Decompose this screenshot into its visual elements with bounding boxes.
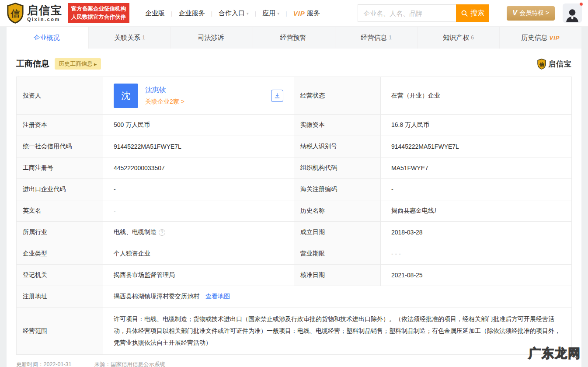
field-label: 营业期限 [294,243,381,264]
view-map-link[interactable]: 查看地图 [205,293,230,301]
gov-badge-line1: 官方备案企业征信机构 [71,6,126,12]
field-label-text: 海关注册编码 [300,185,337,193]
update-time-label: 更新时间： [16,361,44,367]
field-label: 登记机关 [17,265,103,286]
field-label: 组织机构代码 [294,157,381,178]
field-label-text: 投资人 [23,92,41,100]
field-label-text: 英文名 [23,207,41,215]
table-row: 注册资本 500 万人民币 实缴资本 16.8 万人民币 [17,115,571,136]
history-registration-badge[interactable]: 历史工商信息 ▸ [55,58,101,70]
field-label: 注册资本 [17,115,103,136]
field-value-text: 16.8 万人民币 [391,121,429,129]
vip-privileges-button[interactable]: V 会员特权 > [507,6,555,21]
related-companies-link[interactable]: 关联企业2家 > [145,98,184,106]
nav-apps[interactable]: 应用 ▾ [256,9,285,17]
tab-label: 关联关系 [114,34,140,42]
logo-domain: Qixin.com [27,17,63,22]
tab-operation-warning[interactable]: 经营预警 [253,27,335,49]
search-button[interactable]: 搜索 [456,4,489,22]
nav-enterprise-services[interactable]: 企业服务 [172,9,211,17]
svg-text:信: 信 [539,61,544,66]
field-label: 历史名称 [294,200,381,221]
field-value: 揭西县市场监督管理局 [103,265,294,286]
vip-logo-text: VIP [293,10,305,17]
field-value: - [381,179,571,200]
nav-label: 合作入口 [219,9,245,17]
gov-certification-badge: 官方备案企业征信机构 人民数据官方合作伙伴 [68,3,129,24]
tab-label: 经营信息 [361,34,387,42]
nav-enterprise-edition[interactable]: 企业版 [139,9,171,17]
arrow-right-icon: ▸ [94,61,97,67]
field-label: 核准日期 [294,265,381,286]
update-time-value: 2022-01-31 [44,361,72,367]
person-icon [564,6,581,23]
tab-intellectual-property[interactable]: 知识产权 6 [418,27,500,49]
gov-badge-line2: 人民数据官方合作伙伴 [71,14,126,20]
field-value-text: 445222000033507 [114,164,165,171]
nav-vip-services[interactable]: VIP 服务 [287,9,326,17]
field-value: 91445222MA51FWYE7L [381,136,571,157]
field-label-text: 实缴资本 [300,121,325,129]
field-label-text: 登记机关 [23,271,47,279]
investor-name-link[interactable]: 沈惠钦 [145,86,184,95]
registration-info-table: 投资人 沈 沈惠钦 关联企业2家 > [16,77,572,355]
shield-logo-icon: 信 [6,3,24,24]
user-avatar[interactable] [563,3,582,23]
nav-label: 应用 [262,9,275,17]
field-label-text: 经营状态 [300,92,325,100]
tab-label: 经营预警 [280,34,306,42]
field-value: 在营（开业）企业 [381,77,571,114]
field-value: 445222000033507 [103,157,294,178]
field-label: 企业类型 [17,243,103,264]
table-row: 投资人 沈 沈惠钦 关联企业2家 > [17,77,571,115]
field-value-text: 揭西县惠金电线厂 [391,207,440,215]
table-row: 所属行业 电线、电缆制造 ? 成立日期 2018-03-28 [17,222,571,243]
tab-label: 历史信息 [522,34,548,42]
field-label: 投资人 [17,77,103,114]
search-input[interactable] [358,4,456,22]
field-value-text: 2018-03-28 [391,229,423,236]
field-value: - [103,200,294,221]
data-source-label: 来源： [94,361,111,367]
investor-avatar[interactable]: 沈 [114,84,138,108]
tab-company-overview[interactable]: 企业概况 [7,27,89,49]
vip-check-icon: V [512,9,517,17]
scope-text: 许可项目：电线、电缆制造；货物或技术进出口（国家禁止或涉及行政审批的货物和技术进… [114,313,561,349]
table-row: 进出口企业代码 - 海关注册编码 - [17,179,571,200]
address-text: 揭西县棉湖镇境潭村委交历池村 [114,293,199,301]
nav-cooperation-entry[interactable]: 合作入口 ▾ [212,9,255,17]
data-source: 来源：国家信用信息公示系统 [94,361,165,367]
field-value-text: 2021-08-25 [391,272,423,279]
tab-history-info[interactable]: 历史信息 VIP [500,27,581,49]
field-value-text: - [114,207,116,214]
nav-label: 企业版 [145,9,165,17]
field-label-text: 注册资本 [23,121,47,129]
table-row-scope: 经营范围 许可项目：电线、电缆制造；货物或技术进出口（国家禁止或涉及行政审批的货… [17,308,571,354]
field-label-text: 组织机构代码 [300,164,337,172]
field-value: 91445222MA51FWYE7L [103,136,294,157]
card-footer: 更新时间：2022-01-31 来源：国家信用信息公示系统 [16,355,572,367]
download-button[interactable] [271,90,283,102]
table-row: 企业类型 个人独资企业 营业期限 - - - [17,243,571,265]
svg-text:信: 信 [10,8,20,18]
qixin-logo[interactable]: 信 启信宝 Qixin.com [6,3,63,24]
field-label: 英文名 [17,200,103,221]
field-label-text: 经营范围 [23,327,47,335]
field-value: 16.8 万人民币 [381,115,571,136]
tab-business-info[interactable]: 经营信息 1 [335,27,418,49]
vip-button-label: 会员特权 > [519,9,549,17]
chevron-down-icon: ▾ [277,11,279,16]
tab-litigation[interactable]: 司法涉诉 [171,27,253,49]
tab-relations[interactable]: 关联关系 1 [89,27,171,49]
field-value-text: 500 万人民币 [114,121,150,129]
field-value-text: 个人独资企业 [114,250,150,258]
field-label-text: 营业期限 [300,250,325,258]
investor-box: 沈 沈惠钦 关联企业2家 > [114,84,283,108]
field-value-text: 在营（开业）企业 [391,92,440,100]
help-icon[interactable]: ? [159,229,165,236]
field-value-text: MA51FWYE7 [391,164,428,171]
vip-badge: VIP [550,35,560,41]
table-row: 登记机关 揭西县市场监督管理局 核准日期 2021-08-25 [17,265,571,286]
search-button-label: 搜索 [470,9,484,18]
field-label: 进出口企业代码 [17,179,103,200]
